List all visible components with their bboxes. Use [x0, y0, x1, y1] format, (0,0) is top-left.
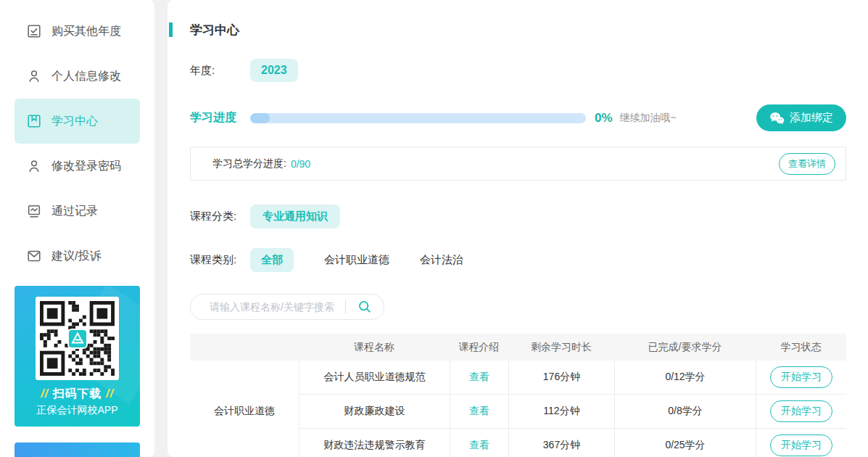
sidebar-item-suggestions[interactable]: 建议/投诉	[15, 234, 140, 279]
credits-cell: 0/12学分	[614, 361, 756, 395]
table-header-course-intro: 课程介绍	[450, 334, 508, 361]
type-option-accounting-law[interactable]: 会计法治	[420, 253, 463, 267]
course-group-cell: 会计职业道德	[190, 361, 299, 457]
remaining-time-cell: 176分钟	[508, 361, 614, 395]
title-accent-bar	[169, 22, 173, 37]
app-logo-icon	[67, 329, 88, 349]
main-content: 学习中心 年度: 2023 学习进度 0% 继续加油哦~	[168, 0, 868, 457]
course-intro-cell: 查看	[450, 429, 508, 457]
course-table: 课程名称 课程介绍 剩余学习时长 已完成/要求学分 学习状态 会计职业道德 会计…	[190, 334, 846, 457]
sidebar-item-label: 建议/投诉	[51, 249, 101, 264]
progress-percent: 0%	[595, 111, 613, 125]
sidebar-item-label: 通过记录	[51, 204, 98, 219]
table-header-remaining-time: 剩余学习时长	[508, 334, 614, 361]
user-icon	[26, 158, 42, 174]
course-category-label: 课程分类:	[190, 210, 250, 223]
start-learning-button[interactable]: 开始学习	[770, 435, 832, 456]
course-type-row: 课程类别: 全部 会计职业道德 会计法治	[190, 248, 846, 272]
layout-gap	[154, 0, 168, 457]
sidebar: 购买其他年度 个人信息修改 学习中心 修改登录密码	[0, 0, 154, 457]
course-intro-cell: 查看	[450, 395, 508, 429]
credits-cell: 0/8学分	[614, 395, 756, 429]
sidebar-item-label: 学习中心	[51, 114, 98, 129]
sidebar-item-label: 修改登录密码	[51, 159, 121, 174]
progress-label: 学习进度	[190, 110, 250, 125]
category-pill-general-knowledge[interactable]: 专业通用知识	[250, 205, 340, 228]
sidebar-item-pass-records[interactable]: 通过记录	[15, 189, 140, 234]
view-details-button[interactable]: 查看详情	[779, 153, 835, 175]
add-binding-button[interactable]: 添加绑定	[756, 104, 846, 131]
type-option-all[interactable]: 全部	[250, 248, 294, 272]
remaining-time-cell: 112分钟	[508, 395, 614, 429]
course-name-cell: 财政违法违规警示教育	[299, 429, 450, 457]
course-category-row: 课程分类: 专业通用知识	[190, 205, 846, 228]
progress-hint: 继续加油哦~	[620, 112, 677, 125]
add-binding-label: 添加绑定	[790, 111, 833, 125]
table-header-course-name: 课程名称	[299, 334, 450, 361]
sidebar-item-change-password[interactable]: 修改登录密码	[15, 144, 140, 189]
record-chart-icon	[26, 203, 42, 219]
sidebar-item-buy-other-years[interactable]: 购买其他年度	[15, 9, 140, 54]
type-option-accounting-ethics[interactable]: 会计职业道德	[324, 253, 389, 267]
view-link[interactable]: 查看	[469, 439, 489, 452]
search-box	[190, 294, 384, 320]
year-row: 年度: 2023	[190, 59, 846, 82]
wechat-icon	[769, 112, 785, 125]
course-intro-cell: 查看	[450, 361, 508, 395]
bookmark-icon	[26, 113, 42, 129]
credits-cell: 0/25学分	[614, 429, 756, 457]
search-icon	[357, 299, 373, 315]
table-header-empty	[190, 334, 299, 361]
credit-progress-box: 学习总学分进度: 0/90 查看详情	[190, 147, 846, 181]
status-cell: 开始学习	[756, 361, 846, 395]
promo-banner-partial	[15, 442, 140, 457]
credit-label: 学习总学分进度:	[212, 157, 286, 170]
app-download-qr-panel: // 扫码下载 // 正保会计网校APP	[15, 286, 140, 427]
start-learning-button[interactable]: 开始学习	[770, 400, 832, 422]
checkbox-icon	[26, 23, 42, 39]
mail-icon	[26, 248, 42, 264]
progress-row: 学习进度 0% 继续加油哦~ 添加绑定	[190, 104, 846, 131]
view-link[interactable]: 查看	[469, 371, 489, 384]
progress-fill	[250, 113, 270, 123]
view-link[interactable]: 查看	[469, 405, 489, 418]
year-2023-pill[interactable]: 2023	[250, 59, 298, 82]
user-icon	[26, 68, 42, 84]
remaining-time-cell: 367分钟	[508, 429, 614, 457]
status-cell: 开始学习	[756, 395, 846, 429]
table-header-status: 学习状态	[756, 334, 846, 361]
table-header-credits: 已完成/要求学分	[614, 334, 756, 361]
start-learning-button[interactable]: 开始学习	[770, 366, 832, 388]
status-cell: 开始学习	[756, 429, 846, 457]
qr-code	[36, 297, 119, 380]
course-name-cell: 财政廉政建设	[299, 395, 450, 429]
page-title: 学习中心	[190, 0, 846, 38]
qr-caption-download: // 扫码下载 //	[41, 387, 114, 402]
qr-caption-app-name: 正保会计网校APP	[36, 404, 117, 417]
sidebar-item-label: 购买其他年度	[51, 24, 121, 39]
search-input[interactable]	[191, 301, 345, 313]
course-name-cell: 会计人员职业道德规范	[299, 361, 450, 395]
credit-value: 0/90	[291, 158, 310, 170]
sidebar-item-label: 个人信息修改	[51, 69, 121, 84]
progress-bar	[250, 113, 586, 123]
search-row	[190, 294, 846, 320]
search-button[interactable]	[346, 295, 384, 319]
year-label: 年度:	[190, 64, 250, 78]
sidebar-item-learning-center[interactable]: 学习中心	[15, 99, 140, 144]
sidebar-item-personal-info[interactable]: 个人信息修改	[15, 54, 140, 99]
course-type-label: 课程类别:	[190, 253, 250, 267]
